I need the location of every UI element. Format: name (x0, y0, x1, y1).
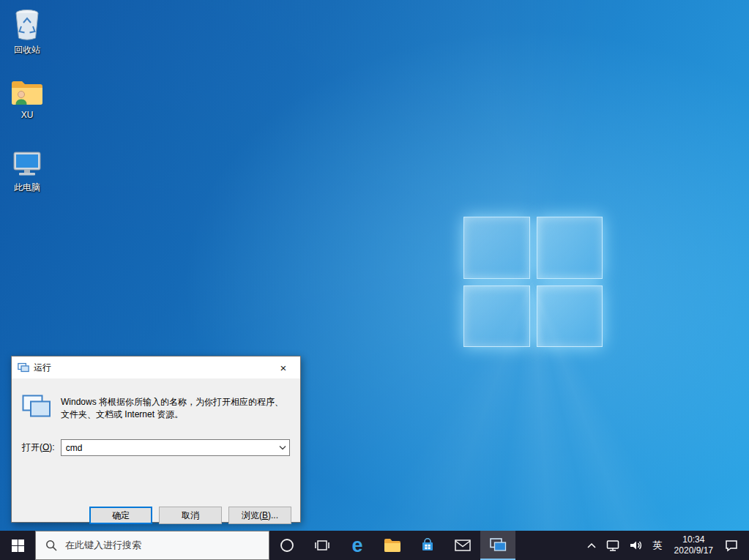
run-window-icon (22, 395, 51, 421)
search-icon (45, 540, 57, 551)
run-window-icon (490, 538, 507, 551)
task-view-icon (315, 538, 329, 553)
open-input[interactable] (61, 439, 290, 456)
windows-logo-pane (537, 285, 603, 348)
open-combobox (61, 439, 290, 456)
desktop-icon-label: 此电脑 (14, 182, 40, 194)
run-dialog-window: 运行 × Windows 将根据你所输入的名称，为你打开相应的程序、 文件夹、文… (11, 356, 301, 523)
run-dialog-icon (18, 362, 29, 373)
system-tray: 英 10:34 2020/9/17 (582, 531, 749, 560)
start-windows-icon (12, 540, 24, 552)
open-field-label: 打开(O): (22, 441, 55, 454)
windows-logo-wallpaper (463, 217, 603, 347)
tray-volume-button[interactable] (625, 531, 648, 560)
tray-show-hidden-icons-button[interactable] (582, 531, 601, 560)
taskbar: 在此键入进行搜索 e (0, 531, 749, 560)
microsoft-store-button[interactable] (410, 531, 445, 560)
description-line-2: 文件夹、文档或 Internet 资源。 (61, 408, 283, 421)
file-explorer-button[interactable] (375, 531, 410, 560)
run-dialog-description: Windows 将根据你所输入的名称，为你打开相应的程序、 文件夹、文档或 In… (61, 395, 283, 421)
cortana-button[interactable] (269, 531, 305, 560)
close-icon[interactable]: × (267, 356, 300, 378)
tray-language-indicator[interactable]: 英 (648, 531, 668, 560)
network-icon (606, 540, 619, 552)
run-taskbar-button-active[interactable] (480, 531, 515, 560)
windows-logo-pane (463, 217, 530, 279)
mail-button[interactable] (445, 531, 480, 560)
action-center-icon (725, 539, 738, 552)
chevron-up-icon (587, 542, 596, 548)
tray-date: 2020/9/17 (674, 545, 713, 556)
mail-envelope-icon (455, 540, 471, 551)
ok-button[interactable]: 确定 (89, 507, 152, 524)
desktop-icon-user-folder[interactable]: XU (0, 75, 54, 144)
tray-time: 10:34 (682, 534, 704, 545)
store-bag-icon (420, 538, 435, 553)
screen: 回收站 XU 此电脑 (0, 0, 749, 560)
run-dialog-title: 运行 (34, 362, 51, 374)
recycle-bin-icon (11, 7, 43, 42)
start-button[interactable] (0, 531, 35, 560)
windows-logo-pane (537, 217, 603, 279)
edge-button[interactable]: e (340, 531, 375, 560)
run-dialog-body: Windows 将根据你所输入的名称，为你打开相应的程序、 文件夹、文档或 In… (12, 395, 300, 540)
combobox-chevron-down-icon[interactable] (275, 440, 289, 455)
desktop-icon-recycle-bin[interactable]: 回收站 (0, 4, 54, 73)
cortana-circle-icon (280, 538, 294, 553)
folder-icon (384, 538, 401, 553)
browse-button[interactable]: 浏览(B)... (228, 507, 291, 524)
cancel-button[interactable]: 取消 (159, 507, 222, 524)
taskbar-search-input[interactable]: 在此键入进行搜索 (35, 531, 269, 560)
windows-logo-pane (463, 285, 530, 348)
tray-network-button[interactable] (601, 531, 625, 560)
this-pc-icon (10, 149, 44, 179)
user-folder-icon (10, 78, 44, 108)
tray-clock[interactable]: 10:34 2020/9/17 (668, 531, 720, 560)
action-center-button[interactable] (720, 531, 743, 560)
description-line-1: Windows 将根据你所输入的名称，为你打开相应的程序、 (61, 396, 283, 408)
search-placeholder: 在此键入进行搜索 (65, 539, 141, 552)
desktop-icon-this-pc[interactable]: 此电脑 (0, 146, 54, 215)
speaker-icon (630, 540, 643, 551)
run-dialog-titlebar[interactable]: 运行 × (12, 356, 300, 378)
desktop-icon-label: 回收站 (14, 44, 40, 56)
desktop-wallpaper: 回收站 XU 此电脑 (0, 0, 749, 531)
desktop-icon-label: XU (21, 110, 34, 120)
task-view-button[interactable] (305, 531, 340, 560)
edge-icon: e (351, 536, 362, 556)
